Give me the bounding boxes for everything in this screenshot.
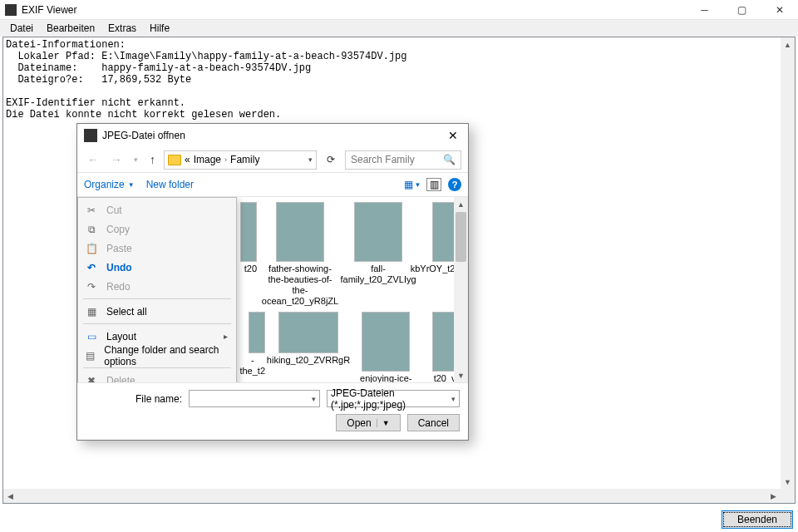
- chevron-down-icon[interactable]: ▼: [377, 419, 390, 427]
- menu-bearbeiten[interactable]: Bearbeiten: [40, 21, 101, 36]
- menu-copy[interactable]: ⧉Copy: [78, 219, 236, 239]
- filetype-filter[interactable]: JPEG-Dateien (*.jpe;*.jpg;*jpeg)▾: [327, 390, 460, 407]
- breadcrumb-prefix: «: [185, 154, 190, 165]
- scroll-thumb[interactable]: [456, 212, 466, 262]
- menu-datei[interactable]: Datei: [3, 21, 40, 36]
- folder-icon: [168, 155, 181, 165]
- close-button[interactable]: ✕: [761, 0, 798, 19]
- vertical-scrollbar[interactable]: ▲ ▼: [781, 37, 795, 489]
- filename-label: File name:: [86, 393, 182, 405]
- file-item[interactable]: father-showing-the-beauties-of-the-ocean…: [265, 202, 335, 307]
- file-item[interactable]: -the_t2: [240, 312, 265, 382]
- dialog-nav: ← → ▾ ↑ « Image › Family ▾ ⟳ Search Fami…: [77, 147, 468, 172]
- separator: [83, 323, 231, 324]
- dialog-close-button[interactable]: ✕: [441, 126, 465, 145]
- organize-label: Organize: [84, 179, 125, 190]
- cancel-button[interactable]: Cancel: [407, 414, 460, 431]
- menu-redo[interactable]: ↷Redo: [78, 277, 236, 296]
- view-preview-button[interactable]: ▥: [426, 178, 441, 191]
- breadcrumb-family[interactable]: Family: [230, 154, 259, 165]
- menu-delete[interactable]: ✖Delete: [78, 371, 236, 382]
- open-button[interactable]: Open▼: [336, 414, 400, 431]
- menu-undo[interactable]: ↶Undo: [78, 258, 236, 277]
- menu-bar: Datei Bearbeiten Extras Hilfe: [0, 20, 798, 37]
- search-icon: 🔍: [443, 154, 456, 165]
- dialog-title-bar: JPEG-Datei offnen ✕: [77, 124, 468, 147]
- cut-icon: ✂: [85, 204, 98, 217]
- window-title: EXIF Viewer: [22, 4, 686, 16]
- layout-icon: ▭: [85, 330, 98, 343]
- selectall-icon: ▦: [85, 305, 98, 318]
- main-area: Datei-Informationen: Lokaler Pfad: E:\Im…: [0, 37, 798, 507]
- scroll-down-icon[interactable]: ▼: [454, 368, 468, 382]
- paste-icon: 📋: [85, 242, 98, 255]
- nav-back-icon[interactable]: ←: [84, 153, 102, 166]
- help-icon[interactable]: ?: [448, 178, 461, 191]
- chevron-right-icon: ▸: [224, 332, 228, 341]
- search-placeholder: Search Family: [351, 154, 415, 165]
- file-item[interactable]: t20: [240, 202, 257, 307]
- dialog-title: JPEG-Datei offnen: [102, 130, 441, 141]
- separator: [83, 298, 231, 299]
- minimize-button[interactable]: ─: [686, 0, 723, 19]
- filter-label: JPEG-Dateien (*.jpe;*.jpg;*jpeg): [331, 387, 451, 411]
- menu-hilfe[interactable]: Hilfe: [143, 21, 176, 36]
- file-list-scrollbar[interactable]: ▲ ▼: [454, 197, 468, 382]
- nav-history-dropdown-icon[interactable]: ▾: [131, 155, 141, 164]
- dialog-footer: File name: ▾ JPEG-Dateien (*.jpe;*.jpg;*…: [77, 382, 468, 440]
- file-label: fall-family_t20_ZVLIyg: [340, 264, 416, 285]
- status-bar: Beenden: [0, 507, 798, 532]
- scroll-up-icon[interactable]: ▲: [781, 37, 795, 52]
- refresh-icon[interactable]: ⟳: [322, 154, 340, 165]
- scroll-up-icon[interactable]: ▲: [454, 197, 468, 211]
- breadcrumb-image[interactable]: Image: [194, 154, 221, 165]
- menu-paste[interactable]: 📋Paste: [78, 239, 236, 258]
- view-thumbnails-button[interactable]: ▦ ▼: [405, 178, 420, 191]
- breadcrumb-dropdown-icon[interactable]: ▾: [308, 155, 313, 164]
- title-bar: EXIF Viewer ─ ▢ ✕: [0, 0, 798, 20]
- chevron-down-icon: ▼: [128, 181, 135, 189]
- file-label: enjoying-ice-cream-on-a-nice-day_t20_moX…: [352, 373, 421, 382]
- chevron-down-icon: ▾: [451, 395, 456, 403]
- menu-extras[interactable]: Extras: [101, 21, 143, 36]
- nav-forward-icon[interactable]: →: [107, 153, 126, 166]
- redo-icon: ↷: [85, 280, 98, 293]
- file-item[interactable]: hiking_t20_ZVRRgR: [273, 312, 343, 382]
- file-label: father-showing-the-beauties-of-the-ocean…: [262, 264, 338, 307]
- filename-input[interactable]: ▾: [189, 390, 320, 407]
- chevron-down-icon: ▾: [312, 395, 316, 403]
- dialog-toolbar: Organize ▼ New folder ▦ ▼ ▥ ?: [77, 172, 468, 197]
- scroll-right-icon[interactable]: ▶: [766, 489, 781, 503]
- file-label: -the_t2: [239, 355, 265, 377]
- menu-cut[interactable]: ✂Cut: [78, 200, 236, 219]
- scroll-corner: [781, 489, 795, 503]
- scroll-down-icon[interactable]: ▼: [781, 475, 795, 489]
- undo-icon: ↶: [85, 261, 98, 274]
- chevron-right-icon: ›: [224, 155, 227, 164]
- beenden-button[interactable]: Beenden: [722, 510, 793, 529]
- search-input[interactable]: Search Family 🔍: [345, 150, 461, 170]
- dialog-body: ✂Cut ⧉Copy 📋Paste ↶Undo ↷Redo ▦Select al…: [77, 197, 468, 382]
- file-label: t20: [244, 264, 257, 274]
- file-open-dialog: JPEG-Datei offnen ✕ ← → ▾ ↑ « Image › Fa…: [76, 123, 469, 441]
- separator: [83, 367, 231, 368]
- options-icon: ▤: [85, 349, 96, 362]
- app-icon: [5, 4, 17, 16]
- menu-select-all[interactable]: ▦Select all: [78, 302, 236, 321]
- maximize-button[interactable]: ▢: [723, 0, 761, 19]
- delete-icon: ✖: [85, 374, 98, 383]
- organize-button[interactable]: Organize ▼: [84, 179, 135, 190]
- organize-menu: ✂Cut ⧉Copy 📋Paste ↶Undo ↷Redo ▦Select al…: [77, 197, 237, 382]
- copy-icon: ⧉: [85, 223, 98, 236]
- file-item[interactable]: enjoying-ice-cream-on-a-nice-day_t20_moX…: [352, 312, 421, 382]
- dialog-icon: [84, 129, 97, 142]
- breadcrumb[interactable]: « Image › Family ▾: [164, 150, 317, 170]
- scroll-left-icon[interactable]: ◀: [3, 489, 17, 503]
- file-label: hiking_t20_ZVRRgR: [267, 355, 350, 366]
- horizontal-scrollbar[interactable]: ◀ ▶: [3, 489, 781, 503]
- new-folder-button[interactable]: New folder: [146, 179, 194, 190]
- nav-up-icon[interactable]: ↑: [146, 153, 159, 166]
- menu-change-folder-options[interactable]: ▤Change folder and search options: [78, 346, 236, 365]
- file-item[interactable]: fall-family_t20_ZVLIyg: [343, 202, 413, 307]
